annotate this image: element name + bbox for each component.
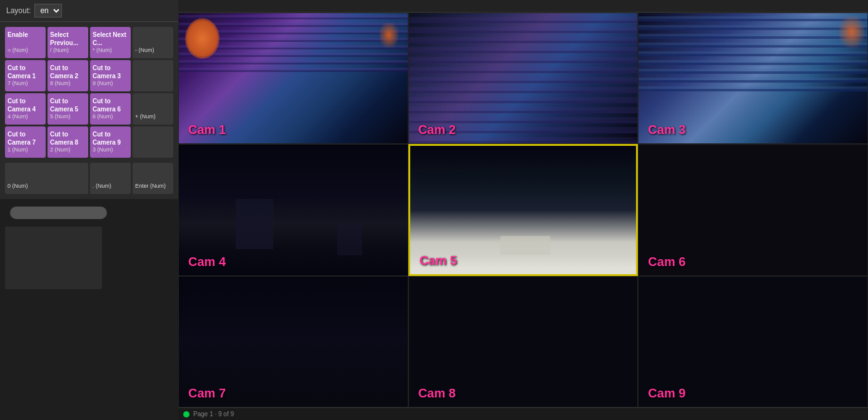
select-next-label: Select Next C... <box>93 31 128 47</box>
cut-cam7-label: Cut to Camera 7 <box>8 130 43 146</box>
layout-label: Layout: <box>6 6 31 15</box>
cut-cam4-label: Cut to Camera 4 <box>8 97 43 113</box>
cut-cam1-label: Cut to Camera 1 <box>8 64 43 80</box>
cut-cam5-label: Cut to Camera 5 <box>50 97 86 113</box>
cut-cam7-key[interactable]: Cut to Camera 7 1 (Num) <box>5 126 46 158</box>
cam5-cell[interactable]: Cam 5 <box>408 144 638 275</box>
left-scrollbar[interactable] <box>10 207 107 219</box>
select-prev-label: Select Previou... <box>50 31 86 47</box>
status-text: Page 1 · 9 of 9 <box>193 411 234 417</box>
cut-cam2-shortcut: 8 (Num) <box>50 80 71 88</box>
cut-cam3-key[interactable]: Cut to Camera 3 9 (Num) <box>90 60 131 91</box>
cut-cam8-shortcut: 2 (Num) <box>50 146 71 154</box>
select-prev-shortcut: / (Num) <box>50 47 69 54</box>
dark-preview-box <box>5 227 102 289</box>
cut-cam1-shortcut: 7 (Num) <box>8 80 28 88</box>
empty-key-r2 <box>133 60 173 91</box>
layout-bar: Layout: en de fr <box>0 0 178 22</box>
cam6-cell[interactable]: Cam 6 <box>638 144 868 275</box>
cut-cam1-key[interactable]: Cut to Camera 1 7 (Num) <box>5 60 46 91</box>
cam7-label: Cam 7 <box>188 386 226 401</box>
cam3-cell[interactable]: Cam 3 <box>638 13 868 144</box>
cut-cam5-key[interactable]: Cut to Camera 5 5 (Num) <box>48 93 88 125</box>
cam2-cell[interactable]: Cam 2 <box>408 13 638 144</box>
cut-cam3-shortcut: 9 (Num) <box>93 80 113 88</box>
cut-cam8-label: Cut to Camera 8 <box>50 130 86 146</box>
cam6-label: Cam 6 <box>648 255 685 269</box>
minus-num-key[interactable]: - (Num) <box>133 27 173 58</box>
cut-cam9-label: Cut to Camera 9 <box>93 130 128 146</box>
cam4-cell[interactable]: Cam 4 <box>178 144 408 275</box>
enable-shortcut: = (Num) <box>8 47 28 54</box>
select-prev-key[interactable]: Select Previou... / (Num) <box>48 27 88 58</box>
minus-shortcut: - (Num) <box>135 47 154 54</box>
select-next-shortcut: * (Num) <box>93 47 112 54</box>
dot-shortcut: . (Num) <box>93 183 111 190</box>
cam1-cell[interactable]: Cam 1 <box>178 13 408 144</box>
enable-label: Enable <box>8 31 28 39</box>
cam5-label: Cam 5 <box>420 254 457 268</box>
camera-grid: Cam 1 Cam 2 Cam 3 Cam 4 <box>178 13 868 407</box>
cam9-cell[interactable]: Cam 9 <box>638 276 868 407</box>
cut-cam2-label: Cut to Camera 2 <box>50 64 86 80</box>
cam7-cell[interactable]: Cam 7 <box>178 276 408 407</box>
cut-cam4-key[interactable]: Cut to Camera 4 4 (Num) <box>5 93 46 125</box>
zero-num-key[interactable]: 0 (Num) <box>5 163 88 194</box>
zero-shortcut: 0 (Num) <box>8 183 28 190</box>
cut-cam3-label: Cut to Camera 3 <box>93 64 128 80</box>
enable-key[interactable]: Enable = (Num) <box>5 27 46 58</box>
keyboard-grid: Enable = (Num) Select Previou... / (Num)… <box>0 22 178 163</box>
enter-shortcut: Enter (Num) <box>135 183 166 190</box>
enter-num-key[interactable]: Enter (Num) <box>133 163 173 194</box>
cam9-label: Cam 9 <box>648 386 685 401</box>
cut-cam9-shortcut: 3 (Num) <box>93 146 113 154</box>
cam8-label: Cam 8 <box>418 386 456 401</box>
cam2-label: Cam 2 <box>418 123 456 137</box>
cam1-label: Cam 1 <box>188 123 226 137</box>
dot-num-key[interactable]: . (Num) <box>90 163 131 194</box>
plus-num-key[interactable]: + (Num) <box>133 93 173 125</box>
cut-cam6-shortcut: 6 (Num) <box>93 113 113 121</box>
bottom-key-row: 0 (Num) . (Num) Enter (Num) <box>0 163 178 199</box>
cut-cam9-key[interactable]: Cut to Camera 9 3 (Num) <box>90 126 131 158</box>
cut-cam6-key[interactable]: Cut to Camera 6 6 (Num) <box>90 93 131 125</box>
left-panel: Layout: en de fr Enable = (Num) Select P… <box>0 0 178 420</box>
cam8-cell[interactable]: Cam 8 <box>408 276 638 407</box>
plus-shortcut: + (Num) <box>135 113 156 121</box>
cut-cam5-shortcut: 5 (Num) <box>50 113 71 121</box>
cut-cam7-shortcut: 1 (Num) <box>8 146 28 154</box>
cut-cam8-key[interactable]: Cut to Camera 8 2 (Num) <box>48 126 88 158</box>
left-dark-area <box>0 199 178 420</box>
select-next-key[interactable]: Select Next C... * (Num) <box>90 27 131 58</box>
status-dot <box>183 411 189 417</box>
main-content: Cam 1 Cam 2 Cam 3 Cam 4 <box>178 0 868 420</box>
cut-cam4-shortcut: 4 (Num) <box>8 113 28 121</box>
top-bar <box>178 0 868 13</box>
status-bar: Page 1 · 9 of 9 <box>178 407 868 420</box>
layout-select[interactable]: en de fr <box>34 4 62 18</box>
cam3-label: Cam 3 <box>648 123 685 137</box>
empty-key-r4 <box>133 126 173 158</box>
cut-cam2-key[interactable]: Cut to Camera 2 8 (Num) <box>48 60 88 91</box>
cut-cam6-label: Cut to Camera 6 <box>93 97 128 113</box>
cam4-label: Cam 4 <box>188 255 226 269</box>
